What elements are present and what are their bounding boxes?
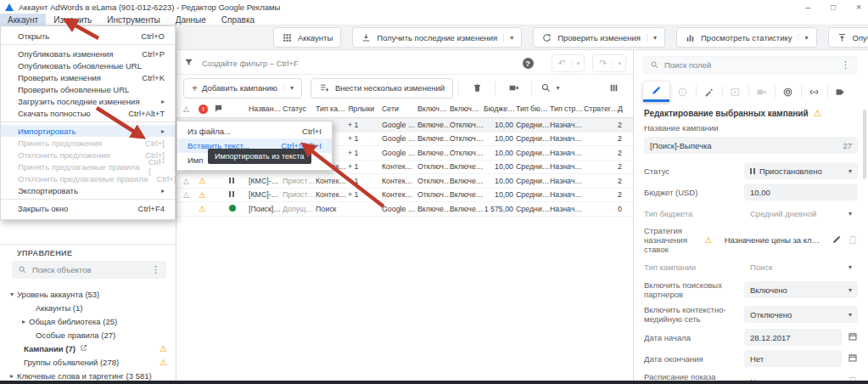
edit-pencil-icon[interactable] — [832, 234, 842, 246]
field-control[interactable]: [Поиск]-Выпечка 27 — [644, 137, 858, 154]
menubar-item[interactable]: Данные — [168, 14, 214, 25]
add-campaign-button[interactable]: + Добавить кампанию — [183, 78, 302, 99]
menu-item[interactable]: Проверить обновленные URL — [1, 83, 175, 95]
caret-down-icon[interactable] — [848, 210, 852, 217]
menubar-item[interactable]: Справка — [214, 14, 262, 25]
close-button[interactable]: × — [856, 3, 861, 12]
video-preview-button[interactable] — [501, 78, 526, 98]
panel-tab[interactable] — [748, 82, 775, 102]
column-header[interactable]: Назван… — [249, 104, 283, 113]
menu-item[interactable]: Проверить изменения Ctrl+K — [1, 71, 175, 83]
column-header[interactable]: Д — [618, 104, 633, 113]
caret-down-icon[interactable] — [848, 311, 852, 319]
column-header[interactable]: Стратег… — [584, 104, 618, 113]
menubar-item[interactable]: Аккаунт — [0, 14, 46, 25]
caret-down-icon[interactable] — [848, 286, 852, 294]
undo-button-group[interactable]: ↶ — [552, 54, 585, 72]
menu-item[interactable]: Принять предложения Ctrl+[ — [1, 137, 175, 149]
field-control[interactable]: Включено — [744, 281, 858, 298]
menu-item[interactable]: Скачать полностью Ctrl+Alt+T — [1, 107, 175, 119]
menubar-item[interactable]: Изменить — [46, 14, 99, 25]
calendar-icon[interactable] — [848, 353, 858, 364]
panel-tab[interactable] — [643, 82, 669, 102]
toolbar-button[interactable]: Получить последние изменения — [352, 27, 522, 48]
menu-item[interactable]: Экспортировать — [1, 184, 175, 196]
caret-down-icon[interactable] — [283, 84, 294, 92]
menubar-item[interactable]: Инструменты — [99, 14, 167, 25]
toolbar-button[interactable]: Просмотреть статистику — [676, 27, 816, 48]
toolbar-button[interactable]: Аккаунты — [273, 27, 341, 48]
tree-item[interactable]: Уровень аккаунта (53) — [0, 287, 176, 301]
caret-down-icon[interactable] — [553, 84, 560, 92]
sidebar-search[interactable]: Поиск объектов ⋮ — [12, 261, 166, 279]
expand-arrow-icon[interactable] — [7, 372, 17, 380]
caret-down-icon[interactable] — [613, 60, 625, 67]
column-header[interactable]: Тип стр… — [550, 104, 584, 113]
panel-tab[interactable] — [669, 82, 696, 102]
caret-down-icon[interactable] — [572, 60, 585, 67]
expand-arrow-icon[interactable] — [19, 318, 29, 325]
field-control[interactable]: 10,00 — [744, 184, 858, 200]
column-header[interactable]: Бюдже… — [484, 104, 516, 113]
help-icon[interactable]: ? — [523, 58, 534, 69]
search-button[interactable] — [537, 78, 563, 98]
field-control[interactable]: Приостановлено — [744, 162, 858, 179]
maximize-button[interactable]: □ — [831, 3, 836, 12]
menu-item[interactable]: Открыть Ctrl+O — [1, 30, 175, 42]
field-control[interactable]: Отключено — [744, 306, 858, 323]
field-control[interactable]: Нет — [744, 350, 842, 367]
tree-item[interactable]: Группы объявлений (278) ⚠ — [0, 355, 176, 369]
caret-down-icon[interactable] — [848, 263, 852, 271]
column-header[interactable]: Ярлыки — [348, 104, 382, 113]
toolbar-button[interactable]: Проверить изменения — [533, 27, 665, 48]
column-header[interactable]: Сети — [382, 104, 417, 113]
columns-button[interactable] — [601, 78, 626, 98]
redo-button-group[interactable]: ↷ — [592, 54, 626, 72]
panel-tab[interactable] — [827, 82, 854, 102]
caret-down-icon[interactable] — [503, 34, 513, 42]
expand-arrow-icon[interactable] — [7, 291, 17, 298]
panel-scrollbar[interactable] — [863, 110, 866, 179]
panel-tab[interactable] — [696, 82, 722, 102]
caret-down-icon[interactable] — [647, 34, 657, 42]
redo-icon[interactable]: ↷ — [593, 58, 613, 69]
caret-down-icon[interactable] — [848, 167, 852, 175]
field-search[interactable]: Поиск полей ⋮ — [643, 56, 857, 74]
bulk-edit-button[interactable]: Внести несколько изменений — [311, 78, 453, 99]
column-header[interactable]: Статус — [283, 104, 316, 113]
menu-item[interactable]: Принять предлагаемые правила Ctrl+{ — [1, 161, 175, 172]
tree-item[interactable]: Особые правила (27) — [0, 328, 176, 342]
external-link-icon[interactable] — [80, 344, 87, 353]
field-control[interactable]: Поиск — [744, 258, 858, 275]
delete-button[interactable] — [464, 78, 490, 98]
menu-item[interactable]: Опубликовать обновленные URL — [1, 59, 175, 71]
tree-item[interactable]: Кампании (7) ⚠ — [0, 342, 176, 355]
errors-column-icon[interactable]: ! — [199, 104, 208, 114]
menu-item[interactable]: Загрузить последние изменения — [1, 95, 175, 107]
column-header[interactable]: Тип ка… — [316, 104, 348, 113]
field-control[interactable]: Назначение цены за кл… — [719, 232, 826, 249]
menu-item[interactable]: Отклонить предлагаемые правила Ctrl+} — [1, 172, 175, 184]
filter-bar[interactable]: Создайте фильтр – Ctrl+F ? ↶ ↷ — [176, 53, 633, 75]
field-control[interactable]: Средний дневной — [744, 205, 858, 222]
table-row[interactable]: △ ⚠ [КМС]-… Приост… Контек… + 1 Контек… … — [176, 174, 633, 189]
column-header[interactable]: Тип бю… — [516, 104, 550, 113]
field-control[interactable]: 28.12.2017 — [744, 329, 842, 346]
calendar-icon[interactable] — [848, 331, 858, 343]
panel-tab[interactable] — [801, 82, 827, 102]
minimize-button[interactable]: – — [806, 3, 811, 12]
table-row[interactable]: △ ⚠ [КМС]-… Приост… Контек… + 1 Контек… … — [176, 189, 633, 203]
menu-item[interactable]: Опубликовать изменения Ctrl+P — [1, 48, 175, 59]
panel-tab[interactable] — [775, 82, 801, 102]
menu-item[interactable]: Импортировать — [1, 125, 175, 137]
column-header[interactable]: Включ… — [450, 104, 484, 113]
menu-item[interactable]: Закрыть окно Ctrl+F4 — [1, 202, 175, 214]
column-header[interactable]: Включ… — [417, 104, 450, 113]
kebab-menu-icon[interactable]: ⋮ — [841, 59, 850, 71]
caret-down-icon[interactable] — [798, 34, 808, 42]
tree-item[interactable]: Аккаунты (1) — [0, 301, 176, 314]
undo-icon[interactable]: ↶ — [552, 58, 572, 69]
kebab-menu-icon[interactable]: ⋮ — [151, 264, 160, 275]
tree-item[interactable]: Общая библиотека (25) — [0, 314, 176, 328]
submenu-item[interactable]: Из файла... Ctrl+I — [177, 124, 332, 138]
